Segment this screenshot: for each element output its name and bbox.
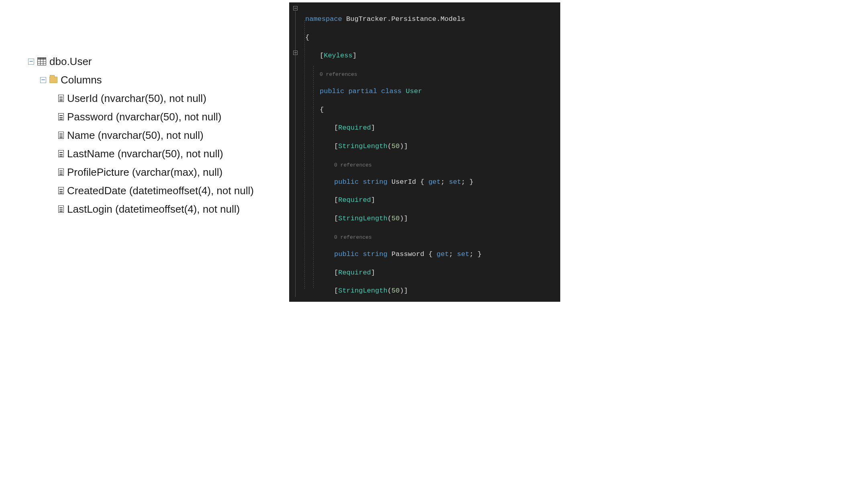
fold-toggle-icon[interactable]: − [293, 6, 298, 10]
tree-node-column[interactable]: CreatedDate (datetimeoffset(4), not null… [28, 181, 254, 200]
bracket: [ [320, 52, 324, 59]
punct: ; [461, 178, 465, 186]
paren: ( [388, 142, 392, 150]
keyword: get [429, 178, 441, 186]
paren: ) [400, 142, 404, 150]
bracket: ] [371, 196, 375, 204]
keyword: partial [348, 87, 377, 95]
bracket: ] [404, 142, 408, 150]
tree-node-table[interactable]: − dbo.User [28, 52, 254, 71]
tree-node-label: ProfilePicture (varchar(max), null) [67, 166, 222, 179]
expander-icon[interactable]: − [28, 59, 34, 65]
bracket: [ [334, 269, 338, 276]
db-object-explorer: − dbo.User − Columns UserId (nvarchar(50… [28, 52, 254, 218]
brace: { [305, 34, 309, 41]
tree-node-column[interactable]: ProfilePicture (varchar(max), null) [28, 163, 254, 181]
fold-toggle-icon[interactable]: − [293, 51, 298, 55]
paren: ( [388, 287, 392, 295]
column-icon [58, 187, 64, 194]
bracket: ] [404, 287, 408, 295]
bracket: ] [371, 269, 375, 276]
keyword: public [334, 178, 359, 186]
number: 50 [392, 215, 400, 222]
bracket: ] [353, 52, 357, 59]
member: UserId [392, 178, 416, 186]
keyword: public [320, 87, 344, 95]
bracket: [ [334, 124, 338, 132]
identifier: BugTracker.Persistance.Models [346, 15, 465, 23]
punct: ; [441, 178, 445, 186]
bracket: [ [334, 287, 338, 295]
tree-node-column[interactable]: LastName (nvarchar(50), not null) [28, 144, 254, 163]
keyword: namespace [305, 15, 342, 23]
number: 50 [392, 142, 400, 150]
keyword: set [457, 250, 469, 258]
outlining-gutter: − − [289, 6, 304, 302]
punct: ; [449, 250, 453, 258]
indent-guide [304, 20, 305, 289]
keyword: public [334, 250, 359, 258]
brace: { [420, 178, 424, 186]
bracket: [ [334, 215, 338, 222]
brace: } [469, 178, 473, 186]
column-icon [58, 132, 64, 139]
tree-node-label: UserId (nvarchar(50), not null) [67, 92, 206, 105]
codelens[interactable]: 0 references [320, 71, 357, 79]
code-editor[interactable]: − − namespace BugTracker.Persistance.Mod… [289, 2, 560, 302]
codelens[interactable]: 0 references [334, 234, 372, 242]
paren: ) [400, 215, 404, 222]
attribute: Required [338, 124, 371, 132]
tree-node-label: CreatedDate (datetimeoffset(4), not null… [67, 185, 254, 197]
keyword: set [449, 178, 461, 186]
column-icon [58, 169, 64, 176]
keyword: class [381, 87, 402, 95]
codelens[interactable]: 0 references [334, 161, 372, 169]
attribute: StringLength [338, 287, 387, 295]
keyword: string [363, 178, 387, 186]
brace: } [478, 250, 482, 258]
column-icon [58, 205, 64, 213]
tree-node-label: Password (nvarchar(50), not null) [67, 111, 221, 123]
punct: ; [469, 250, 473, 258]
attribute: StringLength [338, 215, 387, 222]
tree-node-columns-folder[interactable]: − Columns [28, 71, 254, 89]
bracket: ] [404, 215, 408, 222]
brace: { [320, 106, 324, 114]
member: Password [392, 250, 424, 258]
tree-node-label: Columns [61, 74, 102, 86]
column-icon [58, 113, 64, 120]
paren: ( [388, 215, 392, 222]
paren: ) [400, 287, 404, 295]
tree-node-label: LastLogin (datetimeoffset(4), not null) [67, 203, 240, 215]
attribute: Required [338, 269, 371, 276]
bracket: [ [334, 142, 338, 150]
brace: { [429, 250, 433, 258]
attribute: StringLength [338, 142, 387, 150]
column-icon [58, 95, 64, 102]
keyword: string [363, 250, 387, 258]
type-name: User [406, 87, 422, 95]
tree-node-label: dbo.User [49, 55, 92, 68]
tree-node-column[interactable]: Password (nvarchar(50), not null) [28, 108, 254, 126]
column-icon [58, 150, 64, 157]
keyword: get [437, 250, 449, 258]
bracket: [ [334, 196, 338, 204]
tree-node-label: Name (nvarchar(50), not null) [67, 129, 204, 142]
tree-node-column[interactable]: UserId (nvarchar(50), not null) [28, 89, 254, 108]
table-icon [37, 57, 46, 65]
tree-node-label: LastName (nvarchar(50), not null) [67, 148, 223, 160]
code-content[interactable]: namespace BugTracker.Persistance.Models … [305, 6, 558, 302]
bracket: ] [371, 124, 375, 132]
tree-node-column[interactable]: Name (nvarchar(50), not null) [28, 126, 254, 144]
attribute: Required [338, 196, 371, 204]
number: 50 [392, 287, 400, 295]
expander-icon[interactable]: − [40, 77, 46, 83]
folder-icon [49, 77, 57, 83]
tree-node-column[interactable]: LastLogin (datetimeoffset(4), not null) [28, 200, 254, 218]
svg-rect-1 [38, 58, 46, 60]
attribute: Keyless [324, 52, 352, 59]
